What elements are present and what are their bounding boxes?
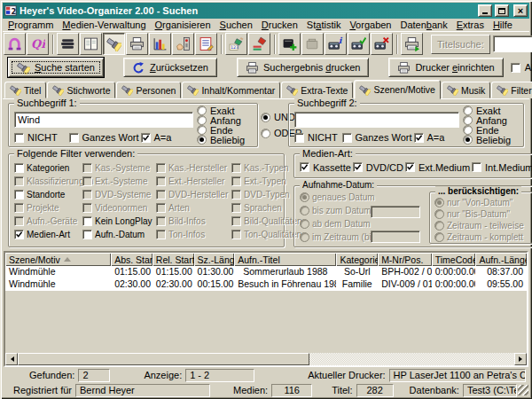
menu-programm[interactable]: Programm (4, 20, 58, 31)
title-info-button[interactable]: i (325, 33, 347, 55)
zurücksetzen-button[interactable]: Zurücksetzen (123, 58, 217, 77)
radio-zeitraum-komplett: Zeitraum - komplett (434, 232, 528, 241)
tab-extra-texte[interactable]: Extra-Texte (281, 82, 353, 98)
menu-medien-verwaltung[interactable]: Medien-Verwaltung (58, 20, 150, 31)
checkbox-icon (14, 216, 24, 226)
defaults-button[interactable] (172, 33, 194, 55)
checkbox-a-a[interactable]: A=a (414, 132, 460, 143)
menu-hilfe[interactable]: Hilfe (489, 20, 517, 31)
title-check-button[interactable] (348, 33, 370, 55)
column-header-rel-start[interactable]: Rel. Start (153, 253, 194, 266)
exit-button[interactable] (4, 33, 26, 55)
scrollbar-right-button[interactable] (514, 353, 527, 365)
checkbox-dvd-cd[interactable]: DVD/CD (353, 162, 403, 173)
radio-ende[interactable]: Ende (463, 125, 518, 135)
title-delete-button[interactable] (371, 33, 393, 55)
search-term-2-input[interactable] (294, 112, 459, 128)
menu-vorgaben[interactable]: Vorgaben (345, 20, 395, 31)
tab-inhalt-kommentar[interactable]: Inhalt/Kommentar (182, 82, 280, 98)
table-cell: 0:00:00.00 (432, 278, 476, 291)
titelsuche-input[interactable] (493, 35, 532, 52)
organize-button[interactable] (80, 33, 102, 55)
menu-drucken[interactable]: Drucken (257, 20, 302, 31)
column-header-sz-länge[interactable]: Sz.-Länge (194, 253, 235, 266)
scrollbar-track[interactable] (309, 353, 514, 365)
database-value: Test3 (C:\Test-Daten\HVO2-Test3\) (463, 384, 517, 397)
tab-personen[interactable]: Personen (116, 82, 181, 98)
column-header-label: Aufn.-Länge (479, 254, 527, 265)
column-header-m-nr-pos[interactable]: M-Nr/Pos. (378, 253, 432, 266)
column-header-szene-motiv[interactable]: Szene/Motiv (5, 253, 111, 266)
minimize-button[interactable] (478, 4, 492, 17)
checkbox-medien-art[interactable]: Medien-Art (14, 228, 82, 241)
labels-button[interactable]: 123 (225, 33, 247, 55)
table-row[interactable]: Windmühle02:30.0002:30.0000:15.00Besuch … (5, 278, 527, 291)
suchergebnis-drucken-button[interactable]: Suchergebnis drucken (237, 58, 369, 77)
radio-exakt[interactable]: Exakt (463, 106, 518, 115)
maximize-button[interactable] (495, 4, 509, 17)
checkbox-label: Kein LongPlay (95, 216, 153, 226)
tab-stichworte[interactable]: Stichworte (47, 82, 115, 98)
suche-starten-button[interactable]: Suche starten (8, 58, 104, 77)
tab-titel[interactable]: Titel (4, 82, 46, 98)
resize-grip[interactable] (518, 385, 528, 395)
quickinfo-button[interactable]: Qi (27, 33, 49, 55)
print-button[interactable] (126, 33, 148, 55)
scrollbar-left-button[interactable] (5, 353, 18, 365)
close-button[interactable]: × (513, 4, 528, 17)
table-row[interactable]: Windmühle01:15.0001:15.0001:30.00Sommeru… (5, 266, 527, 278)
search-term-1-checks: NICHTGanzes WortA=a (14, 132, 193, 143)
checkbox-int-medium[interactable]: Int.Medium (472, 162, 532, 173)
column-header-kategorie[interactable]: Kategorie (336, 253, 378, 266)
checkbox-ext-medium[interactable]: Ext.Medium (405, 162, 470, 173)
checkbox-kategorien[interactable]: Kategorien (14, 161, 82, 175)
menu-datenbank[interactable]: Datenbank (395, 20, 451, 31)
statistics-button[interactable] (149, 33, 171, 55)
horizontal-scrollbar[interactable] (5, 353, 527, 365)
search-term-1-input[interactable] (14, 112, 193, 128)
tab-filter[interactable]: Filter (491, 82, 532, 98)
checkbox-sprachen: Sprachen (231, 201, 302, 215)
radio-beliebig[interactable]: Beliebig (197, 135, 252, 145)
lists-button[interactable] (195, 33, 217, 55)
radio-icon (197, 135, 207, 145)
checkbox-ganzes-wort[interactable]: Ganzes Wort (69, 132, 139, 143)
media-management-button[interactable] (57, 33, 79, 55)
status-row-1: Gefunden: 2 Anzeige: 1 - 2 Aktueller Dru… (3, 367, 529, 382)
colors-button[interactable] (248, 33, 270, 55)
drucker-einrichten-button[interactable]: Drucker einrichten (388, 58, 503, 77)
column-header-timecode[interactable]: TimeCode (432, 253, 476, 266)
menu-organisieren[interactable]: Organisieren (151, 20, 215, 31)
tab-musik[interactable]: Musik (442, 82, 490, 98)
checkbox-kein-longplay[interactable]: Kein LongPlay (82, 215, 155, 228)
checkbox-icon (82, 163, 92, 173)
menu-suchen[interactable]: Suchen (215, 20, 257, 31)
radio-und[interactable]: UND (261, 112, 288, 122)
column-header-abs-start[interactable]: Abs. Start (111, 253, 153, 266)
radio-beliebig[interactable]: Beliebig (463, 135, 518, 145)
column-header-aufn-länge[interactable]: Aufn.-Länge (475, 253, 527, 266)
checkbox-ganzes-wort[interactable]: Ganzes Wort (342, 132, 412, 143)
search-button[interactable] (103, 33, 125, 55)
radio-exakt[interactable]: Exakt (197, 106, 252, 115)
scrollbar-thumb[interactable] (18, 353, 309, 365)
checkbox-nicht[interactable]: NICHT (294, 132, 340, 143)
checkbox-standorte[interactable]: Standorte (14, 188, 82, 201)
print-current-button[interactable] (401, 33, 423, 55)
checkbox-icon (14, 163, 24, 173)
menu-statistik[interactable]: Statistik (302, 20, 346, 31)
radio-ende[interactable]: Ende (197, 125, 252, 135)
checkbox-label: Medien-Art (27, 230, 70, 239)
checkbox-kassette[interactable]: Kassette (300, 162, 351, 173)
radio-oder[interactable]: ODER (261, 128, 288, 138)
menu-extras[interactable]: Extras (452, 20, 489, 31)
add-medium-button[interactable] (278, 33, 301, 55)
radio-anfang[interactable]: Anfang (463, 115, 518, 125)
column-header-aufn-titel[interactable]: Aufn.-Titel (234, 253, 336, 266)
checkbox-a-a[interactable]: A=a (141, 132, 194, 143)
alphabetical-sort-checkbox[interactable]: Alphabetische Sortierung (511, 62, 532, 73)
radio-anfang[interactable]: Anfang (197, 115, 252, 125)
checkbox-nicht[interactable]: NICHT (14, 132, 67, 143)
tab-szenen-motive[interactable]: Szenen/Motive (354, 80, 440, 99)
checkbox-aufn-datum[interactable]: Aufn.-Datum (82, 228, 155, 241)
